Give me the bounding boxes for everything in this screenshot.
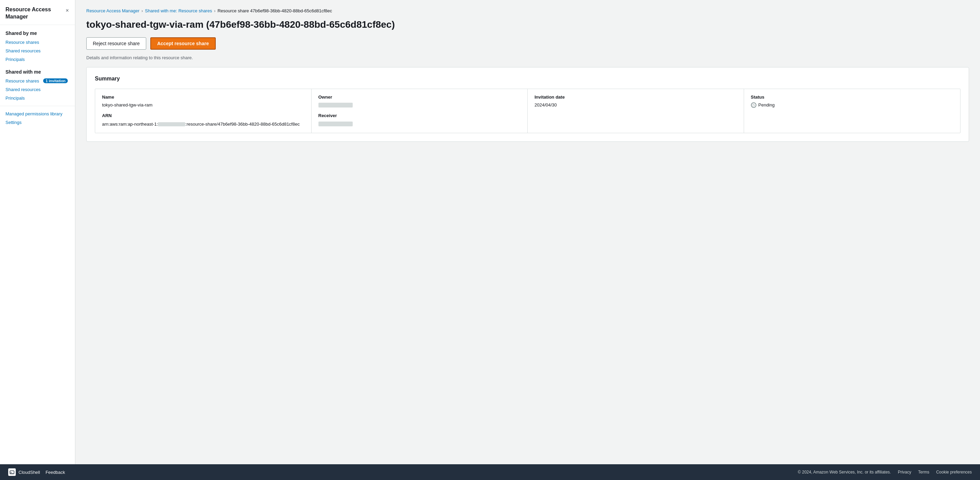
sidebar-item-shared-by-me-shared-resources[interactable]: Shared resources — [0, 46, 75, 55]
sidebar-item-managed-permissions[interactable]: Managed permissions library — [0, 110, 75, 118]
footer-copyright: © 2024, Amazon Web Services, Inc. or its… — [798, 470, 891, 475]
summary-cell-name-arn: Name tokyo-shared-tgw-via-ram ARN arn:aw… — [95, 89, 312, 133]
content-inner: Resource Access Manager › Shared with me… — [75, 0, 980, 153]
sidebar-item-shared-by-me-principals[interactable]: Principals — [0, 55, 75, 64]
sidebar-item-shared-by-me-resource-shares[interactable]: Resource shares — [0, 38, 75, 46]
footer-right: © 2024, Amazon Web Services, Inc. or its… — [798, 470, 972, 475]
sidebar-item-settings[interactable]: Settings — [0, 118, 75, 127]
sidebar-section-shared-by-me: Shared by me — [0, 25, 75, 38]
sidebar-item-shared-with-me-resource-shares[interactable]: Resource shares 1 invitation — [0, 77, 75, 85]
cloudshell-icon — [8, 468, 16, 476]
sidebar-divider — [0, 106, 75, 106]
breadcrumb-current: Resource share 47b6ef98-36bb-4820-88bd-6… — [218, 8, 332, 13]
breadcrumb-link-ram[interactable]: Resource Access Manager — [86, 8, 139, 13]
invitation-date-label: Invitation date — [535, 94, 737, 100]
accept-resource-share-button[interactable]: Accept resource share — [150, 37, 216, 50]
page-description: Details and information relating to this… — [86, 55, 969, 60]
sidebar-item-shared-with-me-shared-resources[interactable]: Shared resources — [0, 85, 75, 94]
sidebar-item-shared-with-me-principals[interactable]: Principals — [0, 94, 75, 102]
status-value: ◷ Pending — [751, 102, 954, 108]
breadcrumb-sep-1: › — [142, 9, 143, 13]
breadcrumb: Resource Access Manager › Shared with me… — [86, 8, 969, 13]
summary-card: Summary Name tokyo-shared-tgw-via-ram AR… — [86, 67, 969, 142]
summary-cell-owner-receiver: Owner Receiver — [312, 89, 528, 133]
sidebar-title: Resource Access Manager — [5, 6, 65, 21]
receiver-value — [318, 121, 521, 126]
cloudshell-label: CloudShell — [19, 470, 40, 475]
invitation-date-value: 2024/04/30 — [535, 102, 737, 108]
breadcrumb-link-shared-with-me[interactable]: Shared with me: Resource shares — [145, 8, 212, 13]
summary-title: Summary — [95, 76, 961, 82]
footer-left: CloudShell Feedback — [8, 468, 65, 476]
sidebar-header: Resource Access Manager × — [0, 0, 75, 25]
main-content: Resource Access Manager › Shared with me… — [75, 0, 980, 464]
arn-label: ARN — [102, 113, 304, 118]
breadcrumb-sep-2: › — [214, 9, 215, 13]
invitation-badge: 1 invitation — [43, 78, 68, 83]
summary-cell-invitation-date: Invitation date 2024/04/30 — [528, 89, 744, 133]
footer-terms-link[interactable]: Terms — [918, 470, 929, 475]
receiver-label: Receiver — [318, 113, 521, 118]
receiver-redacted — [318, 122, 353, 126]
action-buttons: Reject resource share Accept resource sh… — [86, 37, 969, 50]
sidebar-section-shared-with-me: Shared with me — [0, 64, 75, 77]
pending-icon: ◷ — [751, 102, 756, 108]
footer-cookie-link[interactable]: Cookie preferences — [936, 470, 972, 475]
cloudshell-button[interactable]: CloudShell — [8, 468, 40, 476]
arn-redacted — [158, 122, 185, 126]
status-label: Status — [751, 94, 954, 100]
sidebar-close-button[interactable]: × — [65, 7, 70, 14]
summary-cell-status: Status ◷ Pending — [744, 89, 961, 133]
name-value: tokyo-shared-tgw-via-ram — [102, 102, 304, 108]
sidebar: Resource Access Manager × Shared by me R… — [0, 0, 75, 464]
reject-resource-share-button[interactable]: Reject resource share — [86, 37, 146, 50]
footer-privacy-link[interactable]: Privacy — [898, 470, 911, 475]
owner-redacted — [318, 103, 353, 108]
summary-grid: Name tokyo-shared-tgw-via-ram ARN arn:aw… — [95, 89, 961, 134]
feedback-link[interactable]: Feedback — [46, 470, 65, 475]
page-title: tokyo-shared-tgw-via-ram (47b6ef98-36bb-… — [86, 19, 969, 30]
arn-value: arn:aws:ram:ap-northeast-1::resource-sha… — [102, 121, 304, 128]
owner-label: Owner — [318, 94, 521, 100]
name-label: Name — [102, 94, 304, 100]
footer: CloudShell Feedback © 2024, Amazon Web S… — [0, 464, 980, 480]
owner-value — [318, 102, 521, 108]
